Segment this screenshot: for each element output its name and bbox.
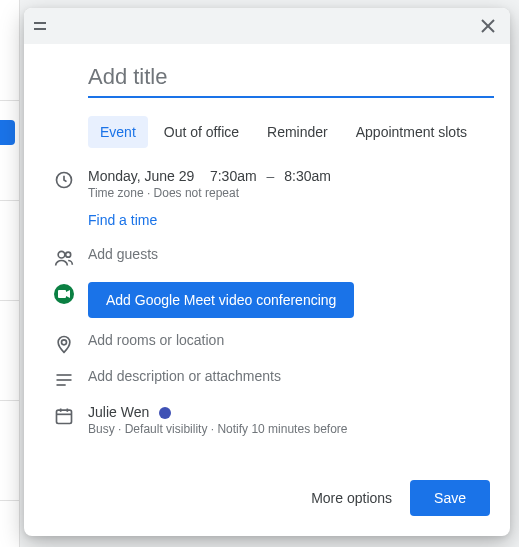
- add-google-meet-button[interactable]: Add Google Meet video conferencing: [88, 282, 354, 318]
- save-button[interactable]: Save: [410, 480, 490, 516]
- availability-status[interactable]: Busy: [88, 422, 115, 436]
- tab-out-of-office[interactable]: Out of office: [152, 116, 251, 148]
- location-row: Add rooms or location: [40, 332, 494, 354]
- organizer-row: Julie Wen Busy · Default visibility · No…: [40, 404, 494, 436]
- description-icon: [54, 370, 74, 390]
- people-icon: [54, 248, 74, 268]
- timezone-link[interactable]: Time zone: [88, 186, 144, 200]
- clock-icon: [54, 170, 74, 190]
- svg-marker-8: [66, 290, 70, 298]
- date-text[interactable]: Monday, June 29: [88, 168, 194, 184]
- organizer-name[interactable]: Julie Wen: [88, 404, 149, 420]
- calendar-color-dot[interactable]: [159, 407, 171, 419]
- calendar-icon: [54, 406, 74, 426]
- find-a-time-link[interactable]: Find a time: [88, 212, 157, 228]
- title-input[interactable]: [88, 60, 494, 98]
- location-icon: [54, 334, 74, 354]
- time-separator: –: [267, 168, 275, 184]
- description-row: Add description or attachments: [40, 368, 494, 390]
- calendar-grid-background: [0, 0, 20, 547]
- svg-point-9: [62, 340, 67, 345]
- modal-footer: More options Save: [24, 466, 510, 536]
- end-time[interactable]: 8:30am: [284, 168, 331, 184]
- guests-row: Add guests: [40, 246, 494, 268]
- svg-point-5: [58, 251, 65, 258]
- close-button[interactable]: [476, 14, 500, 38]
- svg-point-6: [66, 252, 71, 257]
- tab-event[interactable]: Event: [88, 116, 148, 148]
- event-type-tabs: Event Out of office Reminder Appointment…: [88, 116, 494, 148]
- svg-rect-13: [57, 410, 72, 423]
- svg-rect-7: [58, 290, 66, 298]
- add-description-field[interactable]: Add description or attachments: [88, 368, 281, 384]
- start-time[interactable]: 7:30am: [210, 168, 257, 184]
- modal-header: [24, 8, 510, 44]
- conferencing-row: Add Google Meet video conferencing: [40, 282, 494, 318]
- visibility-setting[interactable]: Default visibility: [125, 422, 208, 436]
- event-create-modal: Event Out of office Reminder Appointment…: [24, 8, 510, 536]
- add-location-field[interactable]: Add rooms or location: [88, 332, 224, 348]
- drag-handle-icon[interactable]: [34, 21, 50, 31]
- tab-reminder[interactable]: Reminder: [255, 116, 340, 148]
- repeat-link[interactable]: Does not repeat: [154, 186, 239, 200]
- notification-setting[interactable]: Notify 10 minutes before: [217, 422, 347, 436]
- tab-appointment-slots[interactable]: Appointment slots: [344, 116, 479, 148]
- add-guests-field[interactable]: Add guests: [88, 246, 158, 262]
- google-meet-icon: [54, 284, 74, 304]
- more-options-link[interactable]: More options: [311, 490, 392, 506]
- datetime-row: Monday, June 29 7:30am – 8:30am Time zon…: [40, 168, 494, 200]
